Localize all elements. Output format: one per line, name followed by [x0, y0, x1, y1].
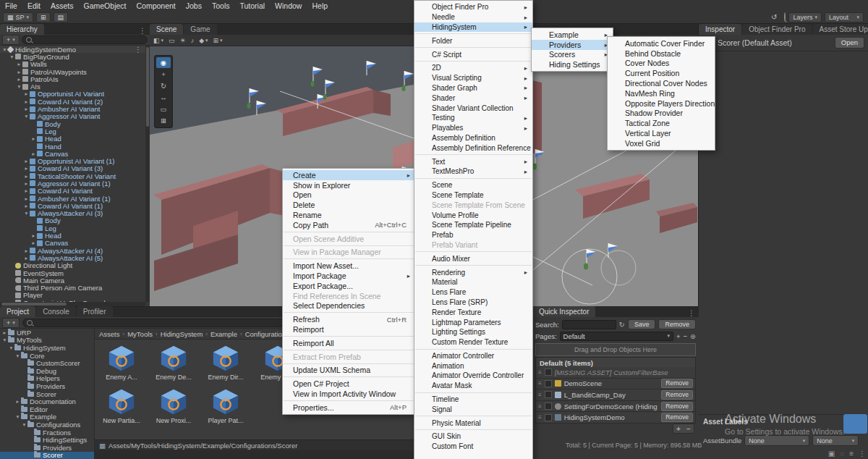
tracked-object-row-demoscene[interactable]: ≡DemoSceneRemove: [536, 379, 695, 390]
menubar-item-help[interactable]: Help: [307, 0, 333, 11]
object-checkbox[interactable]: [545, 369, 552, 376]
kebab-menu-icon[interactable]: ⋮: [135, 46, 142, 54]
gear-icon[interactable]: ⊛: [690, 332, 696, 340]
chevron-right-icon[interactable]: ▸: [23, 255, 30, 261]
2d-toggle-button[interactable]: ▭: [169, 37, 175, 44]
menu-item-lens-flare[interactable]: Lens Flare: [414, 287, 532, 298]
chevron-right-icon[interactable]: ▸: [23, 106, 30, 112]
hierarchy-item-opportunist-ai-variant-1[interactable]: ▸Opportunist AI Variant (1): [0, 157, 145, 164]
project-folder-documentation[interactable]: ▸Documentation: [0, 397, 94, 405]
menubar-item-component[interactable]: Component: [131, 0, 180, 11]
menu-item-shader-variant-collection[interactable]: Shader Variant Collection: [414, 103, 532, 113]
asset-player-pat[interactable]: Player Pat...: [205, 387, 247, 424]
project-folder-mytools[interactable]: ▾MyTools: [0, 337, 94, 345]
hierarchy-item-coward-ai-variant-2[interactable]: ▸Coward AI Variant (2): [0, 98, 145, 105]
asset-new-partia[interactable]: New Partia...: [101, 387, 142, 424]
object-checkbox[interactable]: [545, 380, 552, 387]
hierarchy-item-eventsystem[interactable]: EventSystem: [0, 269, 145, 277]
hierarchy-item-patrolais[interactable]: ▸PatrolAIs: [0, 75, 145, 83]
project-folder-core[interactable]: ▾Core: [0, 352, 94, 360]
hierarchy-item-alwaysattacker-ai-4[interactable]: ▸AlwaysAttacker AI (4): [0, 247, 145, 254]
hierarchy-item-coward-ai-variant-1[interactable]: ▸Coward AI Variant (1): [0, 202, 145, 209]
project-folder-scorer[interactable]: Scorer: [0, 452, 94, 459]
chevron-right-icon[interactable]: ▸: [23, 98, 30, 105]
menu-item-animation[interactable]: Animation: [414, 361, 532, 371]
scene-tab-scene[interactable]: Scene: [150, 24, 183, 35]
menu-item-gui-skin[interactable]: GUI Skin: [414, 431, 532, 442]
menu-item-select-dependencies[interactable]: Select Dependencies: [283, 301, 415, 311]
menu-item-navmesh-ring[interactable]: NavMesh Ring: [608, 88, 715, 98]
menu-item-text[interactable]: Text▸: [414, 156, 532, 167]
menu-item-example[interactable]: Example▸: [532, 30, 613, 40]
chevron-down-icon[interactable]: ▾: [14, 353, 21, 359]
menubar-item-assets[interactable]: Assets: [46, 0, 79, 11]
project-folder-providers[interactable]: Providers: [0, 444, 94, 452]
menu-item-rename[interactable]: Rename: [283, 210, 415, 220]
drag-handle-icon[interactable]: ≡: [538, 369, 542, 376]
menu-item-current-position[interactable]: Current Position: [608, 68, 715, 78]
menu-item-material[interactable]: Material: [414, 277, 532, 287]
menu-item-visual-scripting[interactable]: Visual Scripting▸: [414, 73, 532, 83]
remove-object-button[interactable]: Remove: [661, 379, 693, 388]
menubar-item-window[interactable]: Window: [270, 0, 307, 11]
project-folder-urp[interactable]: ▸URP: [0, 329, 94, 337]
chevron-right-icon[interactable]: ▸: [23, 173, 30, 180]
project-folder-example[interactable]: ▾Example: [0, 413, 94, 421]
chevron-right-icon[interactable]: ▸: [16, 69, 22, 75]
chevron-right-icon[interactable]: ▸: [30, 135, 37, 142]
object-checkbox[interactable]: [545, 414, 552, 421]
layers-dropdown[interactable]: Layers ▾: [788, 12, 822, 22]
chevron-right-icon[interactable]: ▸: [23, 180, 30, 187]
menu-item-audio-mixer[interactable]: Audio Mixer: [414, 253, 532, 264]
hierarchy-item-hand[interactable]: Hand: [0, 143, 145, 150]
chevron-right-icon[interactable]: ▸: [23, 188, 30, 194]
menu-item-vertical-layer[interactable]: Vertical Layer: [608, 128, 715, 138]
chevron-right-icon[interactable]: ▸: [16, 76, 22, 83]
project-folder-debug[interactable]: Debug: [0, 367, 94, 375]
breadcrumb-hidingsystem[interactable]: HidingSystem: [161, 330, 203, 338]
menu-item-copy-path[interactable]: Copy PathAlt+Ctrl+C: [283, 220, 415, 230]
drag-handle-icon[interactable]: ≡: [538, 392, 542, 398]
rect-tool-button[interactable]: ▭: [156, 104, 171, 114]
asset-enemy-de[interactable]: Enemy De...: [153, 343, 195, 381]
hierarchy-item-walls[interactable]: ▸Walls: [0, 61, 145, 68]
remove-button[interactable]: Remove: [658, 319, 696, 329]
menu-item-render-texture[interactable]: Render Texture: [414, 307, 532, 317]
menu-item-rendering[interactable]: Rendering▸: [414, 267, 532, 277]
chevron-right-icon[interactable]: ▸: [30, 240, 37, 246]
snap-settings-button[interactable]: ⊞: [36, 12, 51, 22]
project-folder-hidingsystem[interactable]: ▾HidingSystem: [0, 344, 94, 352]
project-folder-scorer[interactable]: Scorer: [0, 390, 94, 398]
chevron-right-icon[interactable]: ▸: [23, 195, 30, 202]
menu-item-avatar-mask[interactable]: Avatar Mask: [414, 381, 532, 391]
menu-item-open[interactable]: Open: [283, 190, 415, 201]
menu-item-cover-nodes[interactable]: Cover Nodes: [608, 59, 715, 69]
tool-settings-button[interactable]: ▤: [54, 12, 69, 22]
asset-new-proxi[interactable]: New Proxi...: [153, 387, 195, 424]
menubar-item-tutorial[interactable]: Tutorial: [234, 0, 270, 11]
menu-item-lens-flare-srp[interactable]: Lens Flare (SRP): [414, 298, 532, 308]
hierarchy-item-bigplayground[interactable]: ▾BigPlayGround: [0, 53, 145, 60]
hierarchy-item-coward-ai-variant-3[interactable]: ▸Coward AI Variant (3): [0, 165, 145, 172]
project-tab-project[interactable]: Project: [0, 306, 35, 317]
hierarchy-item-third-person-aim-camera[interactable]: Third Person Aim Camera: [0, 285, 145, 292]
add-page-button[interactable]: +: [676, 332, 681, 340]
breadcrumb-mytools[interactable]: MyTools: [127, 330, 153, 338]
menubar-item-file[interactable]: File: [0, 0, 22, 11]
menu-item-behind-obstacle[interactable]: Behind Obstacle: [608, 49, 715, 59]
hierarchy-item-canvas[interactable]: ▸Canvas: [0, 150, 145, 157]
menu-item-tactical-zone[interactable]: Tactical Zone: [608, 118, 715, 128]
project-folder-helpers[interactable]: Helpers: [0, 375, 94, 383]
remove-object-button[interactable]: Remove: [661, 413, 693, 422]
menu-item-2d[interactable]: 2D▸: [414, 63, 532, 73]
breadcrumb-example[interactable]: Example: [210, 330, 237, 338]
version-control-button[interactable]: ▦ SP ▾: [3, 12, 33, 22]
chevron-right-icon[interactable]: ▸: [23, 165, 30, 172]
menubar-item-tools[interactable]: Tools: [207, 0, 235, 11]
inspector-tab-inspector[interactable]: Inspector: [699, 24, 741, 35]
menu-item-shadow-provider[interactable]: Shadow Provider: [608, 109, 715, 119]
menu-item-scorers[interactable]: Scorers▸: [532, 50, 613, 60]
progress-icon[interactable]: ◌: [840, 450, 844, 458]
project-tab-profiler[interactable]: Profiler: [77, 306, 113, 317]
menu-item-animator-controller[interactable]: Animator Controller: [414, 351, 532, 361]
